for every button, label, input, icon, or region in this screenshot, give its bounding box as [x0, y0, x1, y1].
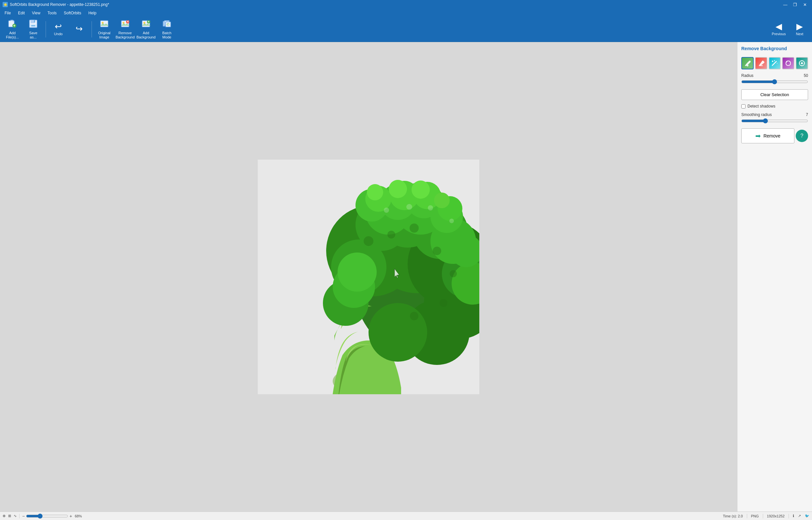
magic-wand-tool[interactable]: [769, 57, 781, 70]
tool-buttons: [741, 57, 808, 70]
svg-rect-69: [759, 65, 763, 66]
help-icon: ?: [801, 133, 804, 139]
svg-point-67: [449, 218, 454, 223]
window-controls: — ❐ ✕: [781, 0, 809, 9]
batch-mode-icon: ⊞: [162, 19, 172, 30]
zoom-value: 68%: [75, 514, 82, 518]
svg-point-51: [389, 180, 407, 198]
previous-button[interactable]: ◀ Previous: [769, 18, 789, 41]
menu-edit[interactable]: Edit: [15, 10, 28, 16]
smoothing-radius-value: 7: [806, 112, 808, 117]
zoom-in-button[interactable]: +: [70, 514, 72, 519]
add-bg-icon: +: [141, 19, 151, 30]
status-bar: ⊕ ⊞ ∿ − + 68% Time (s): 2.0 PNG 1920x125…: [0, 512, 812, 520]
title-bar: 🌟 SoftOrbits Background Remover - appeti…: [0, 0, 812, 9]
svg-point-59: [410, 224, 419, 233]
brush-select-tool[interactable]: [741, 57, 754, 70]
svg-point-56: [338, 253, 377, 292]
svg-point-50: [367, 184, 383, 200]
erase-tool[interactable]: [755, 57, 767, 70]
minimize-button[interactable]: —: [781, 0, 790, 9]
social-icon[interactable]: 🐦: [805, 514, 809, 518]
menu-view[interactable]: View: [29, 10, 44, 16]
svg-text:✕: ✕: [126, 20, 129, 23]
image-canvas: [258, 160, 479, 394]
svg-rect-8: [100, 21, 108, 27]
next-icon: ▶: [796, 22, 803, 31]
radius-slider[interactable]: [741, 79, 808, 84]
svg-point-73: [774, 60, 775, 61]
brush-select-icon: [744, 60, 751, 67]
add-bg-button[interactable]: + AddBackground: [136, 18, 156, 41]
batch-mode-button[interactable]: ⊞ BatchMode: [157, 18, 177, 41]
info-icon[interactable]: ℹ: [793, 514, 794, 518]
toolbar-sep-1: [46, 21, 46, 37]
svg-point-72: [776, 61, 777, 61]
menu-softorbits[interactable]: SoftOrbits: [61, 10, 84, 16]
svg-point-53: [434, 192, 450, 208]
svg-line-70: [772, 61, 776, 66]
svg-rect-5: [34, 20, 35, 23]
svg-point-66: [428, 205, 433, 210]
menu-file[interactable]: File: [1, 10, 14, 16]
remove-bg-button[interactable]: ✕ RemoveBackground: [115, 18, 135, 41]
close-button[interactable]: ✕: [800, 0, 809, 9]
toolbar: + AddFile(s)... Saveas... ↩ Undo ↪: [0, 17, 812, 42]
original-image-button[interactable]: OriginalImage: [95, 18, 114, 41]
special-tool-icon: [798, 60, 806, 67]
smoothing-radius-section: Smoothing radius 7: [741, 112, 808, 125]
svg-point-68: [746, 64, 749, 67]
status-icon-grid: ⊞: [8, 514, 11, 518]
svg-point-60: [433, 246, 441, 255]
svg-text:+: +: [148, 20, 150, 23]
status-divider-3: [763, 514, 763, 518]
svg-point-58: [387, 231, 395, 238]
share-icon[interactable]: ↗: [798, 514, 801, 518]
time-label: Time (s): 2.0: [723, 514, 742, 518]
smoothing-radius-slider[interactable]: [741, 118, 808, 124]
remove-bg-icon: ✕: [121, 19, 130, 30]
erase-icon: [758, 60, 765, 67]
menu-tools[interactable]: Tools: [44, 10, 60, 16]
right-panel: Remove Background: [737, 42, 812, 512]
remove-arrow-icon: ➡: [755, 132, 761, 140]
svg-point-63: [410, 312, 418, 320]
lasso-icon: [785, 60, 792, 67]
menu-help[interactable]: Help: [85, 10, 100, 16]
main-layout: Remove Background: [0, 42, 812, 512]
zoom-slider[interactable]: [26, 514, 68, 519]
radius-section: Radius 50: [741, 73, 808, 85]
detect-shadows-checkbox[interactable]: [741, 104, 745, 108]
special-tool[interactable]: [796, 57, 808, 70]
help-button[interactable]: ?: [796, 130, 808, 142]
format-label: PNG: [751, 514, 759, 518]
add-files-button[interactable]: + AddFile(s)...: [3, 18, 22, 41]
detect-shadows-row[interactable]: Detect shadows: [741, 104, 808, 108]
panel-title: Remove Background: [741, 46, 808, 51]
radius-label-row: Radius 50: [741, 73, 808, 78]
maximize-button[interactable]: ❐: [790, 0, 800, 9]
next-button[interactable]: ▶ Next: [790, 18, 809, 41]
app-icon: 🌟: [3, 2, 8, 7]
smoothing-radius-label-row: Smoothing radius 7: [741, 112, 808, 117]
next-label: Next: [796, 32, 804, 36]
canvas-area[interactable]: [0, 42, 737, 512]
svg-point-52: [412, 181, 430, 199]
svg-point-57: [364, 236, 373, 246]
undo-button[interactable]: ↩ Undo: [49, 18, 68, 41]
zoom-out-button[interactable]: −: [22, 514, 25, 519]
svg-point-76: [801, 62, 803, 64]
remove-label: Remove: [763, 133, 780, 138]
remove-button[interactable]: ➡ Remove: [741, 128, 794, 144]
undo-icon: ↩: [55, 22, 62, 31]
menu-bar: File Edit View Tools SoftOrbits Help: [0, 9, 812, 17]
save-as-button[interactable]: Saveas...: [23, 18, 43, 41]
original-image-label: OriginalImage: [98, 31, 110, 40]
svg-point-31: [369, 303, 427, 362]
lasso-tool[interactable]: [782, 57, 794, 70]
redo-button[interactable]: ↪: [70, 18, 89, 41]
dimensions-label: 1920x1252: [767, 514, 785, 518]
clear-selection-button[interactable]: Clear Selection: [741, 89, 808, 100]
svg-rect-7: [31, 25, 35, 26]
magic-wand-icon: [771, 60, 778, 67]
